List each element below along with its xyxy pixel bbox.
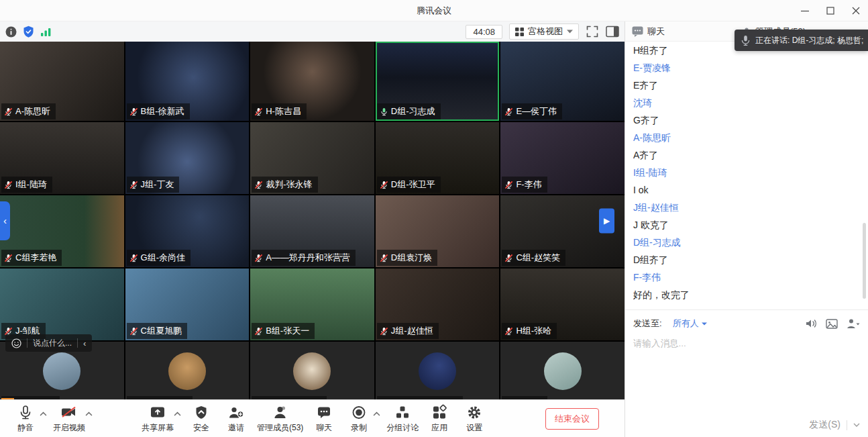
close-button[interactable] xyxy=(851,5,861,16)
view-mode-dropdown[interactable]: 宫格视图 xyxy=(509,23,579,40)
message-input[interactable]: 请输入消息... xyxy=(625,330,868,350)
breakout-rooms-icon xyxy=(394,404,411,421)
video-tile[interactable]: E—侯丁伟 xyxy=(500,42,625,121)
video-tile[interactable]: D组-张卫平 xyxy=(376,122,500,194)
participant-name-tag: C组夏旭鹏 xyxy=(127,323,187,339)
video-tile[interactable]: 裁判-佟丽云 xyxy=(125,342,250,399)
muted-mic-icon xyxy=(380,327,388,336)
end-meeting-button[interactable]: 结束会议 xyxy=(545,408,599,430)
caret-down-icon xyxy=(567,30,573,34)
video-toolbar: 44:08 宫格视图 xyxy=(0,21,625,42)
muted-mic-icon xyxy=(254,327,263,336)
video-tile[interactable]: C组李若艳 xyxy=(0,195,124,267)
video-tile[interactable]: A-陈思昕 xyxy=(0,42,124,121)
participant-name-tag: J组-丁友 xyxy=(127,177,180,193)
video-tile[interactable]: 裁判-张永锋 xyxy=(250,122,374,194)
send-options-chevron[interactable] xyxy=(853,423,860,427)
record-button[interactable]: 录制 xyxy=(345,404,373,434)
page-right-arrow[interactable]: ▶ xyxy=(599,208,614,233)
chat-button[interactable]: 聊天 xyxy=(310,404,338,434)
video-tile[interactable]: J组-赵佳恒 xyxy=(376,269,500,340)
emoji-icon[interactable] xyxy=(11,338,21,348)
speaking-toast-text: 正在讲话: D组-习志成; 杨思哲; xyxy=(755,35,863,46)
tab-chat[interactable]: 聊天 xyxy=(632,26,665,38)
participant-name-tag: G组-余尚佳 xyxy=(127,250,191,266)
network-signal-icon[interactable] xyxy=(40,27,52,37)
active-mic-icon xyxy=(380,107,388,116)
send-button[interactable]: 发送(S) xyxy=(809,419,840,431)
camera-off-icon xyxy=(60,404,78,421)
video-options-chevron[interactable] xyxy=(85,411,93,416)
participant-name-tag: 记分员-刘佳怡 xyxy=(252,396,326,399)
participant-name: B组-徐新武 xyxy=(141,105,184,117)
settings-button[interactable]: 设置 xyxy=(460,404,488,434)
close-icon xyxy=(852,7,860,15)
video-tile[interactable]: 记分员-刘佳怡 xyxy=(250,342,374,399)
video-tile[interactable]: F-李伟 xyxy=(500,122,625,194)
security-shield-icon[interactable] xyxy=(23,26,34,38)
fullscreen-icon[interactable] xyxy=(586,25,599,38)
reaction-placeholder[interactable]: 说点什么... xyxy=(33,338,72,349)
security-button[interactable]: 安全 xyxy=(187,404,215,434)
breakout-rooms-button[interactable]: 分组讨论 xyxy=(386,404,419,434)
video-tile[interactable]: 记分员-裁判-王倩 xyxy=(376,342,500,399)
page-left-arrow[interactable]: ‹ xyxy=(0,201,10,240)
participant-name: A-陈思昕 xyxy=(15,105,50,117)
start-video-button[interactable]: 开启视频 xyxy=(53,404,85,434)
side-panel-toggle-icon[interactable] xyxy=(606,26,619,38)
video-tile[interactable]: B组-张天一 xyxy=(250,269,374,340)
video-tile[interactable]: D组-习志成 xyxy=(376,42,500,121)
send-to-dropdown[interactable]: 所有人 xyxy=(673,318,707,330)
send-to-label: 发送至: xyxy=(633,318,662,330)
invite-button[interactable]: 邀请 xyxy=(222,404,250,434)
chat-message: 沈琦 xyxy=(633,98,860,107)
chat-scrollbar[interactable] xyxy=(863,223,866,299)
record-icon xyxy=(351,404,367,421)
image-attach-icon[interactable] xyxy=(826,319,838,329)
video-tile[interactable]: H组-张哈 xyxy=(500,269,625,340)
chat-message-list[interactable]: H组齐了 E-贾凌锋 E齐了 沈琦 G齐了 A-陈思昕 A齐了 I组-陆琦 I … xyxy=(625,42,868,309)
avatar xyxy=(544,352,582,390)
meeting-info-icon[interactable] xyxy=(5,26,17,38)
participant-name-tag: J组-赵佳恒 xyxy=(377,323,439,339)
video-area: A-陈思昕 B组-徐新武 xyxy=(0,42,625,399)
chat-composer: 发送至: 所有人 xyxy=(625,309,868,437)
muted-mic-icon xyxy=(504,327,513,336)
meeting-timer: 44:08 xyxy=(466,25,502,39)
share-screen-button[interactable]: 共享屏幕 xyxy=(142,404,174,434)
video-tile[interactable]: I组-陆琦 xyxy=(0,122,124,194)
mic-options-chevron[interactable] xyxy=(40,411,47,416)
apps-button[interactable]: 应用 xyxy=(425,404,453,434)
minimize-button[interactable] xyxy=(800,5,810,16)
chat-message: D组-习志成 xyxy=(633,238,860,247)
gear-icon xyxy=(466,404,482,421)
manage-members-button[interactable]: 管理成员(53) xyxy=(257,404,303,434)
reaction-input-bar[interactable]: 说点什么... ‹ xyxy=(5,334,92,352)
video-tile[interactable]: J组-丁友 xyxy=(125,122,250,194)
participant-name-tag: 王雅慧 xyxy=(502,396,547,399)
video-tile[interactable]: A——郑丹丹和张营营 xyxy=(250,195,374,267)
video-tile[interactable]: B组-徐新武 xyxy=(125,42,250,121)
participant-name: D组-习志成 xyxy=(391,105,435,117)
share-options-chevron[interactable] xyxy=(174,411,181,416)
chat-bubble-icon xyxy=(316,404,332,421)
video-tile[interactable]: G组-余尚佳 xyxy=(125,195,250,267)
participant-name-tag: D组袁汀焕 xyxy=(377,250,437,266)
participant-name-tag: C组李若艳 xyxy=(1,250,62,266)
video-tile[interactable]: D组袁汀焕 xyxy=(376,195,500,267)
video-tile[interactable]: H-陈吉昌 xyxy=(250,42,374,121)
muted-mic-icon xyxy=(254,107,263,116)
maximize-button[interactable] xyxy=(825,5,836,16)
record-options-chevron[interactable] xyxy=(373,411,380,416)
mute-button[interactable]: 静音 xyxy=(11,404,40,434)
participant-name: C组夏旭鹏 xyxy=(141,325,182,337)
video-tile[interactable]: C组夏旭鹏 xyxy=(125,269,250,340)
video-tile[interactable]: J-邹航 xyxy=(0,269,124,340)
reaction-collapse-icon[interactable]: ‹ xyxy=(83,338,86,348)
voice-message-icon[interactable] xyxy=(805,318,817,329)
grid-view-icon xyxy=(515,28,524,36)
tencent-meeting-window: 腾讯会议 xyxy=(0,0,868,437)
video-tile[interactable]: 王雅慧 xyxy=(500,342,625,399)
participant-name-tag: D组-张卫平 xyxy=(377,177,441,193)
mention-member-icon[interactable] xyxy=(847,318,860,329)
